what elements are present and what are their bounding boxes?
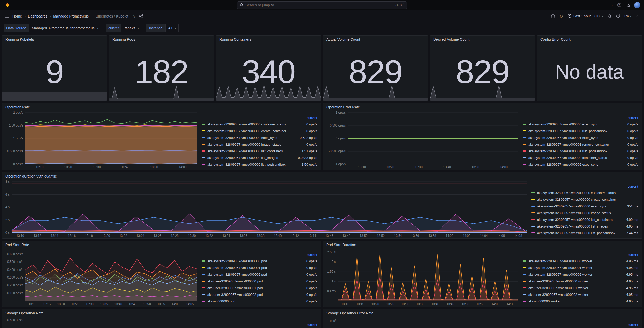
legend-item[interactable]: aks-system-32809057-vmss000000 list_pods…	[202, 161, 317, 168]
news-rss-icon[interactable]	[625, 2, 632, 9]
legend-item[interactable]: aks-system-32809057-vmss000001 exec_sync…	[523, 134, 638, 141]
panel-title[interactable]: Pod Start Duration	[323, 241, 642, 248]
operation-duration-plot[interactable]: 0 s2 s4 s6 s8 s13:1013:1213:1413:1613:18…	[2, 179, 529, 238]
legend-header[interactable]: current	[531, 184, 638, 189]
breadcrumb-item[interactable]: Dashboards	[28, 14, 47, 18]
legend-item[interactable]: aks-system-32809057-vmss000000 container…	[202, 121, 317, 128]
legend-item[interactable]: aks-system-32809057-vmss000000 list_cont…	[202, 148, 317, 154]
panel-title[interactable]: Operation Error Rate	[323, 103, 642, 110]
legend-item[interactable]: aks-user-32809057-vmss000001 pod 0 ops/s	[202, 284, 317, 291]
legend-item[interactable]: aks-system-32809057-vmss000000 image_sta…	[531, 209, 638, 216]
legend-item[interactable]: aks-user-32809057-vmss000002 pod 0 ops/s	[202, 291, 317, 298]
series-current-value: 0 ops/s	[303, 279, 317, 283]
legend-item[interactable]: aks-user-32809057-vmss000000 pod 0 ops/s	[202, 278, 317, 284]
variable-value-dropdown[interactable]: tanaks ▾	[122, 24, 142, 32]
legend-item[interactable]: aks-system-32809057-vmss000001 run_podsa…	[523, 148, 638, 154]
legend-header[interactable]: current	[523, 115, 638, 121]
panel-title[interactable]: Operation Rate	[2, 103, 321, 110]
template-variable: cluster tanaks ▾	[106, 24, 142, 32]
menu-toggle-icon[interactable]	[4, 13, 10, 20]
legend-item[interactable]: aks-system-32809057-vmss000000 image_sta…	[202, 141, 317, 148]
panel-title[interactable]: Storage Operation Rate	[2, 309, 321, 316]
operation-rate-plot[interactable]: 0 ops/s0.500 ops/s1 ops/s1.50 ops/s2 ops…	[2, 110, 200, 170]
legend-item[interactable]: aks-system-32809057-vmss000001 remove_co…	[523, 141, 638, 148]
legend-item[interactable]: aks-system-32809057-vmss000002 worker 4.…	[523, 271, 638, 278]
legend-item[interactable]: aks-system-32809057-vmss000000 create_co…	[531, 196, 638, 203]
legend-item[interactable]: aks-user-32809057-vmss000002 worker 4.95…	[523, 291, 638, 298]
breadcrumb-item[interactable]: Home	[12, 14, 22, 18]
legend-item[interactable]: aks-system-32809057-vmss000000 list_imag…	[531, 223, 638, 230]
legend-item[interactable]: aks-system-32809057-vmss000002 container…	[523, 154, 638, 161]
svg-text:6 s: 6 s	[5, 193, 10, 196]
zoom-out-icon[interactable]	[606, 13, 613, 20]
legend-item[interactable]: aks-system-32809057-vmss000000 create_co…	[202, 128, 317, 134]
legend-item[interactable]: aks-system-32809057-vmss000000 run_podsa…	[523, 128, 638, 134]
legend-header[interactable]: current	[202, 322, 317, 328]
legend-item[interactable]: aks-system-32809057-vmss000002 pod 0 ops…	[202, 271, 317, 278]
panel-operation-rate: Operation Rate 0 ops/s0.500 ops/s1 ops/s…	[2, 103, 321, 170]
legend-header[interactable]: current	[202, 252, 317, 258]
panel-title[interactable]: Pod Start Rate	[2, 241, 321, 248]
panel-title[interactable]: Running Pods	[109, 36, 214, 42]
legend-item[interactable]: aks-system-32809057-vmss000002 exec_sync…	[523, 161, 638, 168]
svg-text:1 ops/s: 1 ops/s	[327, 319, 337, 323]
legend-item[interactable]: aks-system-32809057-vmss000000 container…	[531, 189, 638, 196]
operation-error-rate-plot[interactable]: -1 ops/s-0.500 ops/s0 ops/s0.500 ops/s1 …	[323, 110, 521, 170]
breadcrumb-item[interactable]: Kubernetes / Kubelet	[95, 14, 128, 18]
legend-item[interactable]: aks-system-32809057-vmss000000 list_imag…	[202, 154, 317, 161]
chevron-up-icon[interactable]	[634, 13, 640, 20]
storage-operation-error-rate-plot[interactable]: 1 ops/s	[323, 316, 521, 328]
legend-item[interactable]: aks-system-32809057-vmss000001 pod 0 ops…	[202, 264, 317, 271]
stat-panel: Running Containers 340	[216, 35, 321, 101]
legend-header[interactable]: current	[523, 252, 638, 258]
panel-title[interactable]: Running Kubelets	[2, 36, 107, 42]
refresh-icon[interactable]	[615, 13, 621, 20]
panel-title[interactable]: Config Error Count	[537, 36, 642, 42]
legend-header[interactable]: current	[202, 115, 317, 121]
series-color-icon	[202, 287, 205, 288]
legend-item[interactable]: aks-user-32809057-vmss000000 worker 4.95…	[523, 278, 638, 284]
legend-item[interactable]: akswin000000 pod 0 ops/s	[202, 298, 317, 305]
series-name: aks-user-32809057-vmss000001 pod	[207, 286, 263, 290]
refresh-interval-dropdown[interactable]: 1m ▾	[623, 14, 632, 18]
storage-operation-rate-plot[interactable]: 0.600 ops/s	[2, 316, 200, 328]
legend-item[interactable]: aks-system-32809057-vmss000000 exec_sync…	[531, 203, 638, 209]
variable-value-dropdown[interactable]: All ▾	[165, 24, 179, 32]
panel-title[interactable]: Actual Volume Count	[323, 36, 428, 42]
series-name: aks-system-32809057-vmss000001 run_podsa…	[528, 149, 607, 153]
help-icon[interactable]: ?	[616, 2, 622, 9]
pod-start-duration-plot[interactable]: 500 ms1 s1.50 s2 s2.50 s13:1013:1513:201…	[323, 248, 521, 307]
breadcrumb-item[interactable]: Managed Prometheus	[53, 14, 89, 18]
search-input[interactable]: ctrl+k	[237, 1, 407, 9]
series-color-icon	[202, 137, 205, 138]
legend-item[interactable]: aks-system-32809057-vmss000000 list_cont…	[531, 216, 638, 223]
panel-title[interactable]: Operation duration 99th quantile	[2, 172, 642, 179]
legend-item[interactable]: aks-system-32809057-vmss000001 worker 4.…	[523, 264, 638, 271]
avatar[interactable]	[634, 2, 640, 8]
legend-item[interactable]: aks-system-32809057-vmss000000 exec_sync…	[202, 134, 317, 141]
grafana-logo-icon[interactable]	[4, 2, 10, 9]
legend-item[interactable]: aks-system-32809057-vmss000000 worker 4.…	[523, 258, 638, 264]
legend-item[interactable]: akswin000000 worker 4.95 ms	[523, 298, 638, 305]
panel-title[interactable]: Storage Operation Error Rate	[323, 309, 642, 316]
dashboard-settings-gear-icon[interactable]: ⚙	[558, 13, 565, 20]
share-icon[interactable]	[138, 13, 144, 20]
pod-start-rate-plot[interactable]: 0.100 ops/s0.200 ops/s0.300 ops/s0.400 o…	[2, 248, 200, 307]
legend-item[interactable]: aks-system-32809057-vmss000000 pod 0 ops…	[202, 258, 317, 264]
panel-title[interactable]: Running Containers	[216, 36, 321, 42]
legend-item[interactable]: aks-user-32809057-vmss000001 worker 4.95…	[523, 284, 638, 291]
new-button[interactable]: ▾	[606, 2, 613, 9]
chevron-down-icon: ▾	[602, 15, 603, 18]
legend-header[interactable]: current	[523, 322, 638, 328]
variable-value-dropdown[interactable]: Managed_Prometheus_tanprometheus ▾	[29, 24, 101, 32]
legend-item[interactable]: aks-system-32809057-vmss000000 exec_sync…	[523, 121, 638, 128]
favorite-star-icon[interactable]: ☆	[132, 14, 135, 19]
legend-item[interactable]: aks-system-32809057-vmss000000 list_pods…	[531, 230, 638, 236]
info-circle-icon[interactable]	[550, 13, 556, 20]
search-field[interactable]	[245, 3, 392, 7]
panel-title[interactable]: Desired Volume Count	[430, 36, 535, 42]
svg-text:0 ops/s: 0 ops/s	[336, 137, 346, 140]
series-color-icon	[202, 260, 205, 262]
svg-text:14:00: 14:00	[500, 165, 508, 169]
time-range-picker[interactable]: Last 1 hour UTC ▾	[566, 14, 605, 19]
